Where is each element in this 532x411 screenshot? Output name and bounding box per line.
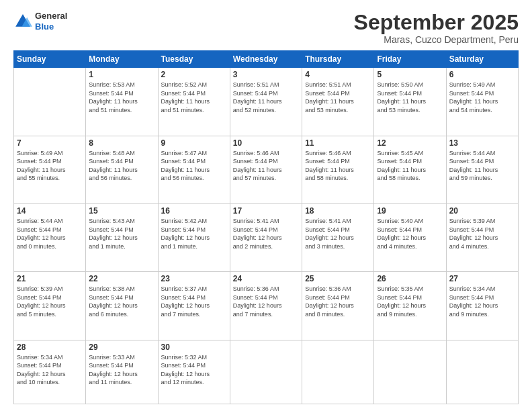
calendar-cell: 26Sunrise: 5:35 AM Sunset: 5:44 PM Dayli… <box>374 272 446 340</box>
day-info: Sunrise: 5:51 AM Sunset: 5:44 PM Dayligh… <box>305 81 371 114</box>
calendar-cell: 25Sunrise: 5:36 AM Sunset: 5:44 PM Dayli… <box>302 272 374 340</box>
day-number: 9 <box>161 138 227 148</box>
day-info: Sunrise: 5:36 AM Sunset: 5:44 PM Dayligh… <box>305 285 371 318</box>
day-info: Sunrise: 5:49 AM Sunset: 5:44 PM Dayligh… <box>17 149 83 183</box>
calendar-cell: 24Sunrise: 5:36 AM Sunset: 5:44 PM Dayli… <box>230 272 302 340</box>
page: General Blue September 2025 Maras, Cuzco… <box>0 0 532 411</box>
calendar-cell: 7Sunrise: 5:49 AM Sunset: 5:44 PM Daylig… <box>14 136 86 203</box>
day-info: Sunrise: 5:49 AM Sunset: 5:44 PM Dayligh… <box>449 81 515 114</box>
day-info: Sunrise: 5:39 AM Sunset: 5:44 PM Dayligh… <box>17 285 83 318</box>
logo-text: General Blue <box>35 11 67 32</box>
logo-line1: General <box>35 11 67 21</box>
day-number: 21 <box>17 274 83 283</box>
calendar-cell: 28Sunrise: 5:34 AM Sunset: 5:44 PM Dayli… <box>14 340 86 404</box>
calendar-cell: 18Sunrise: 5:41 AM Sunset: 5:44 PM Dayli… <box>302 203 374 271</box>
week-row-5: 28Sunrise: 5:34 AM Sunset: 5:44 PM Dayli… <box>14 340 519 404</box>
calendar-cell: 19Sunrise: 5:40 AM Sunset: 5:44 PM Dayli… <box>374 203 446 271</box>
day-number: 25 <box>305 274 371 283</box>
day-number: 17 <box>233 206 299 216</box>
calendar-cell: 20Sunrise: 5:39 AM Sunset: 5:44 PM Dayli… <box>446 203 518 271</box>
calendar-cell: 29Sunrise: 5:33 AM Sunset: 5:44 PM Dayli… <box>86 340 158 404</box>
calendar-cell: 21Sunrise: 5:39 AM Sunset: 5:44 PM Dayli… <box>14 272 86 340</box>
calendar-cell: 22Sunrise: 5:38 AM Sunset: 5:44 PM Dayli… <box>86 272 158 340</box>
day-number: 18 <box>305 206 371 216</box>
day-info: Sunrise: 5:53 AM Sunset: 5:44 PM Dayligh… <box>89 81 154 114</box>
title-block: September 2025 Maras, Cuzco Department, … <box>354 11 519 45</box>
calendar-cell: 14Sunrise: 5:44 AM Sunset: 5:44 PM Dayli… <box>14 203 86 271</box>
day-info: Sunrise: 5:48 AM Sunset: 5:44 PM Dayligh… <box>89 149 154 183</box>
day-info: Sunrise: 5:32 AM Sunset: 5:44 PM Dayligh… <box>161 353 227 387</box>
calendar-cell: 1Sunrise: 5:53 AM Sunset: 5:44 PM Daylig… <box>86 68 158 136</box>
day-number: 10 <box>233 138 299 148</box>
day-number: 28 <box>17 342 83 352</box>
weekday-wednesday: Wednesday <box>230 51 302 68</box>
calendar-cell: 23Sunrise: 5:37 AM Sunset: 5:44 PM Dayli… <box>158 272 230 340</box>
day-info: Sunrise: 5:34 AM Sunset: 5:44 PM Dayligh… <box>449 285 515 318</box>
calendar-table: SundayMondayTuesdayWednesdayThursdayFrid… <box>13 50 519 404</box>
day-number: 16 <box>161 206 227 216</box>
day-number: 19 <box>377 206 443 216</box>
logo: General Blue <box>13 11 67 32</box>
day-info: Sunrise: 5:45 AM Sunset: 5:44 PM Dayligh… <box>377 149 443 183</box>
logo-icon <box>13 12 32 31</box>
calendar-cell: 4Sunrise: 5:51 AM Sunset: 5:44 PM Daylig… <box>302 68 374 136</box>
month-title: September 2025 <box>354 11 519 34</box>
day-number: 14 <box>17 206 83 216</box>
day-number: 27 <box>449 274 515 283</box>
day-number: 5 <box>377 70 443 79</box>
day-number: 26 <box>377 274 443 283</box>
day-number: 6 <box>449 70 515 79</box>
day-number: 2 <box>161 70 227 79</box>
day-info: Sunrise: 5:33 AM Sunset: 5:44 PM Dayligh… <box>89 353 154 387</box>
day-info: Sunrise: 5:37 AM Sunset: 5:44 PM Dayligh… <box>161 285 227 318</box>
day-info: Sunrise: 5:40 AM Sunset: 5:44 PM Dayligh… <box>377 217 443 250</box>
day-number: 12 <box>377 138 443 148</box>
calendar-cell: 10Sunrise: 5:46 AM Sunset: 5:44 PM Dayli… <box>230 136 302 203</box>
week-row-2: 7Sunrise: 5:49 AM Sunset: 5:44 PM Daylig… <box>14 136 519 203</box>
weekday-header-row: SundayMondayTuesdayWednesdayThursdayFrid… <box>14 51 519 68</box>
day-info: Sunrise: 5:36 AM Sunset: 5:44 PM Dayligh… <box>233 285 299 318</box>
calendar-cell: 6Sunrise: 5:49 AM Sunset: 5:44 PM Daylig… <box>446 68 518 136</box>
calendar-cell: 30Sunrise: 5:32 AM Sunset: 5:44 PM Dayli… <box>158 340 230 404</box>
week-row-3: 14Sunrise: 5:44 AM Sunset: 5:44 PM Dayli… <box>14 203 519 271</box>
day-info: Sunrise: 5:41 AM Sunset: 5:44 PM Dayligh… <box>305 217 371 250</box>
calendar-cell: 5Sunrise: 5:50 AM Sunset: 5:44 PM Daylig… <box>374 68 446 136</box>
day-info: Sunrise: 5:51 AM Sunset: 5:44 PM Dayligh… <box>233 81 299 114</box>
calendar-cell: 17Sunrise: 5:41 AM Sunset: 5:44 PM Dayli… <box>230 203 302 271</box>
day-number: 24 <box>233 274 299 283</box>
day-number: 8 <box>89 138 154 148</box>
logo-line2: Blue <box>35 21 67 32</box>
calendar-cell: 9Sunrise: 5:47 AM Sunset: 5:44 PM Daylig… <box>158 136 230 203</box>
day-number: 4 <box>305 70 371 79</box>
calendar-cell: 11Sunrise: 5:46 AM Sunset: 5:44 PM Dayli… <box>302 136 374 203</box>
day-info: Sunrise: 5:34 AM Sunset: 5:44 PM Dayligh… <box>17 353 83 387</box>
calendar-cell: 2Sunrise: 5:52 AM Sunset: 5:44 PM Daylig… <box>158 68 230 136</box>
calendar-cell: 13Sunrise: 5:44 AM Sunset: 5:44 PM Dayli… <box>446 136 518 203</box>
week-row-4: 21Sunrise: 5:39 AM Sunset: 5:44 PM Dayli… <box>14 272 519 340</box>
calendar-cell <box>230 340 302 404</box>
day-info: Sunrise: 5:42 AM Sunset: 5:44 PM Dayligh… <box>161 217 227 250</box>
calendar-cell: 3Sunrise: 5:51 AM Sunset: 5:44 PM Daylig… <box>230 68 302 136</box>
day-info: Sunrise: 5:47 AM Sunset: 5:44 PM Dayligh… <box>161 149 227 183</box>
day-number: 3 <box>233 70 299 79</box>
day-info: Sunrise: 5:46 AM Sunset: 5:44 PM Dayligh… <box>305 149 371 183</box>
calendar-cell <box>374 340 446 404</box>
day-number: 29 <box>89 342 154 352</box>
day-info: Sunrise: 5:39 AM Sunset: 5:44 PM Dayligh… <box>449 217 515 250</box>
day-number: 7 <box>17 138 83 148</box>
weekday-saturday: Saturday <box>446 51 518 68</box>
day-info: Sunrise: 5:46 AM Sunset: 5:44 PM Dayligh… <box>233 149 299 183</box>
day-info: Sunrise: 5:50 AM Sunset: 5:44 PM Dayligh… <box>377 81 443 114</box>
week-row-1: 1Sunrise: 5:53 AM Sunset: 5:44 PM Daylig… <box>14 68 519 136</box>
calendar-cell: 15Sunrise: 5:43 AM Sunset: 5:44 PM Dayli… <box>86 203 158 271</box>
day-number: 15 <box>89 206 154 216</box>
day-number: 1 <box>89 70 154 79</box>
weekday-tuesday: Tuesday <box>158 51 230 68</box>
weekday-friday: Friday <box>374 51 446 68</box>
day-info: Sunrise: 5:43 AM Sunset: 5:44 PM Dayligh… <box>89 217 154 250</box>
calendar-cell: 27Sunrise: 5:34 AM Sunset: 5:44 PM Dayli… <box>446 272 518 340</box>
day-info: Sunrise: 5:44 AM Sunset: 5:44 PM Dayligh… <box>449 149 515 183</box>
weekday-thursday: Thursday <box>302 51 374 68</box>
day-info: Sunrise: 5:41 AM Sunset: 5:44 PM Dayligh… <box>233 217 299 250</box>
day-number: 23 <box>161 274 227 283</box>
